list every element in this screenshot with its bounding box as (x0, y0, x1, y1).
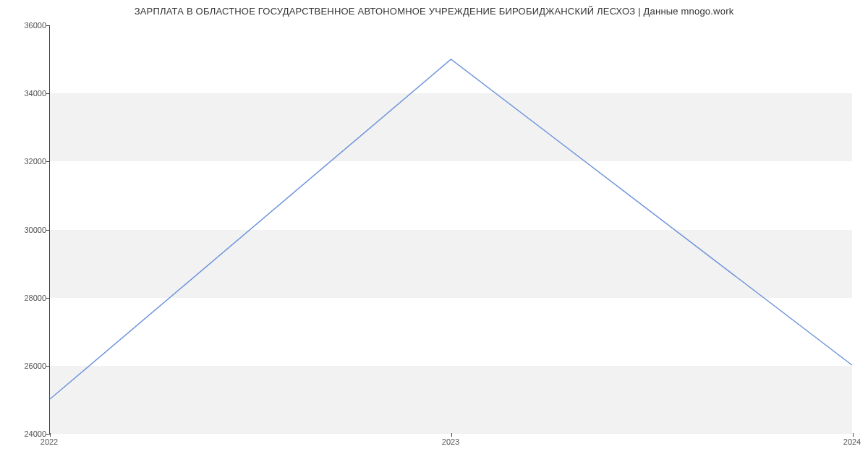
y-tick-mark (46, 161, 50, 162)
y-tick-mark (46, 230, 50, 231)
y-tick-label: 32000 (3, 157, 46, 166)
x-tick-mark (853, 433, 854, 437)
x-tick-mark (451, 433, 452, 437)
y-tick-label: 30000 (3, 226, 46, 234)
x-tick-label: 2024 (843, 437, 861, 446)
line-layer (50, 25, 852, 433)
chart-container: ЗАРПЛАТА В ОБЛАСТНОЕ ГОСУДАРСТВЕННОЕ АВТ… (0, 0, 868, 470)
y-tick-label: 28000 (3, 294, 46, 302)
x-tick-label: 2023 (442, 437, 459, 446)
y-tick-mark (46, 366, 50, 367)
x-tick-label: 2022 (41, 437, 58, 446)
y-tick-label: 26000 (3, 362, 46, 370)
y-tick-mark (46, 298, 50, 299)
data-line (50, 59, 852, 399)
chart-title: ЗАРПЛАТА В ОБЛАСТНОЕ ГОСУДАРСТВЕННОЕ АВТ… (0, 6, 868, 17)
y-tick-label: 36000 (3, 21, 46, 30)
y-tick-mark (46, 93, 50, 94)
plot-area (49, 25, 852, 434)
x-tick-mark (50, 433, 51, 437)
y-tick-label: 34000 (3, 89, 46, 98)
y-tick-mark (46, 25, 50, 26)
